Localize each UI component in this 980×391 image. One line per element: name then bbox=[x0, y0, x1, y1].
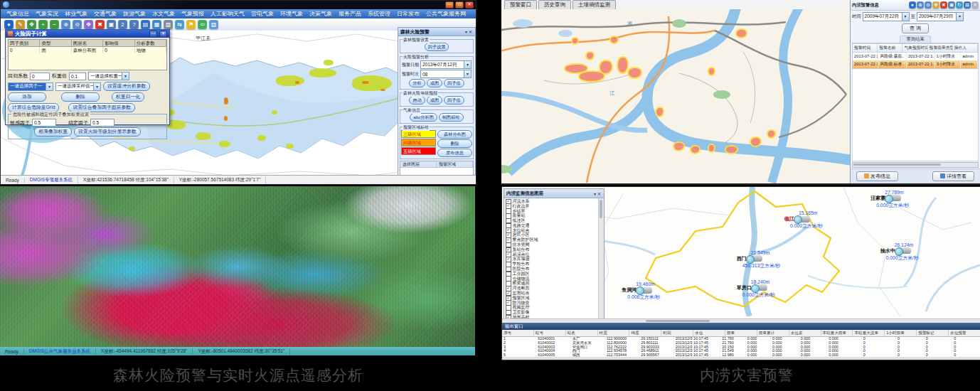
publish-info-button[interactable]: 发布信息 bbox=[856, 171, 898, 181]
column-header[interactable]: 预警时间 bbox=[853, 44, 878, 53]
list-column-header[interactable]: 预警区域 bbox=[437, 161, 473, 167]
station-marker[interactable]: 19.460m 鱼洞河 0.006立方米/秒 bbox=[622, 282, 660, 301]
view-detail-button[interactable]: 详情查看 bbox=[932, 171, 974, 181]
regression-input[interactable]: 0 bbox=[30, 73, 50, 80]
tab[interactable]: 土壤墒情监测 bbox=[572, 0, 616, 9]
column-header[interactable]: 操作人 bbox=[953, 44, 978, 53]
column-header[interactable]: 图层名 bbox=[72, 40, 103, 47]
panel-button[interactable]: abc分析图 bbox=[410, 113, 437, 122]
column-header[interactable]: 站名 bbox=[566, 330, 598, 337]
warning-results-table[interactable]: 预警时间预警名称气象预报时间预警雨量类型操作人 2013-07-22 1..风险… bbox=[852, 43, 979, 69]
result-row[interactable]: 2013-07-22 1..风险级:暴雨.. 2013-07-22 1..1小时… bbox=[853, 53, 978, 60]
warn-time-select[interactable]: 08▾ bbox=[420, 70, 472, 78]
level-display-button[interactable]: 设置火险等级划分显示参数 bbox=[74, 127, 141, 136]
list-column-header[interactable]: 选择图层 bbox=[400, 161, 437, 167]
minimize-button[interactable]: — bbox=[445, 1, 454, 9]
waterlog-map[interactable]: 湘江 bbox=[501, 9, 851, 183]
window-titlebar[interactable]: — □ ✕ bbox=[1, 1, 476, 9]
delete-button[interactable]: 删除 bbox=[61, 92, 100, 102]
panel-button[interactable]: 发布信息 bbox=[437, 149, 472, 157]
result-row[interactable]: 2013-07-22 1..风险级:标准.. 2013-07-22 1..3小时… bbox=[853, 60, 978, 68]
sensitive-input[interactable]: 0.5 bbox=[32, 119, 56, 127]
panel-button[interactable]: 自动 bbox=[409, 96, 425, 105]
buffer-params-button[interactable]: 设置缓冲分析参数 bbox=[103, 82, 150, 91]
menu-item[interactable]: 气象预报 bbox=[181, 10, 204, 18]
dialog-minimize-button[interactable]: — bbox=[149, 31, 157, 38]
normalize-button[interactable]: 权重归一化 bbox=[112, 92, 144, 102]
table-hscrollbar[interactable] bbox=[502, 357, 980, 360]
layer-list[interactable]: 河流水系 行政边界 乡镇界 bbox=[504, 198, 604, 319]
factor-table[interactable]: 因子类别类型图层名影响值分析参数 0面 森林分布图0 地物 bbox=[8, 39, 167, 70]
column-header[interactable]: 序号 bbox=[502, 330, 534, 337]
column-header[interactable]: 纬度 bbox=[629, 330, 661, 337]
dialog-titlebar[interactable]: 火险因子计算 — ✕ bbox=[6, 30, 169, 38]
column-header[interactable]: 雨量累计 bbox=[757, 330, 789, 337]
menu-item[interactable]: 系统管理 bbox=[368, 10, 390, 18]
gauge-cylinder-icon[interactable] bbox=[897, 247, 911, 254]
sample-select[interactable]: 一请选择采样值一▾ bbox=[55, 82, 101, 91]
close-icon[interactable]: ✕ bbox=[468, 29, 473, 34]
weight-select[interactable]: 一请选择权重一▾ bbox=[88, 72, 129, 80]
panel-hscrollbar[interactable] bbox=[852, 162, 979, 168]
query-button[interactable]: 查 询 bbox=[902, 23, 929, 33]
column-header[interactable]: 影响值 bbox=[103, 40, 134, 47]
layer-vscrollbar[interactable] bbox=[598, 198, 604, 319]
column-header[interactable]: 水位 bbox=[693, 330, 725, 337]
column-header[interactable]: 预警名称 bbox=[878, 44, 902, 53]
station-map[interactable]: 27.789m 汪家寨 0.000立方米/秒 15.165m 临江 bbox=[502, 187, 980, 318]
dialog-close-button[interactable]: ✕ bbox=[159, 31, 167, 38]
column-header[interactable]: 类型 bbox=[40, 40, 71, 47]
gauge-cylinder-icon[interactable] bbox=[638, 287, 652, 294]
station-marker[interactable]: 26.124m 抽水中 0.000立方米/秒 bbox=[880, 242, 919, 262]
panel-button[interactable]: 删除 bbox=[437, 139, 472, 148]
satellite-fire-image[interactable] bbox=[0, 186, 475, 347]
column-header[interactable]: 预警标记 bbox=[917, 330, 949, 337]
station-data-table[interactable]: 序号站号站名经度纬度时间水位雨量雨量累计水位差本站最大雨量本站最大流量1小时雨量… bbox=[502, 330, 980, 357]
gauge-cylinder-icon[interactable] bbox=[796, 216, 810, 223]
menu-item[interactable]: 日常发布 bbox=[397, 10, 420, 18]
panel-button[interactable]: 制图标绘 bbox=[439, 113, 464, 122]
panel-button[interactable]: 因子设置 bbox=[425, 43, 449, 51]
menu-item[interactable]: 公共气象服务网 bbox=[426, 10, 466, 18]
date-to-picker[interactable]: 2009年07月29日▾ bbox=[917, 12, 964, 21]
date-from-picker[interactable]: 2009年07月22日▾ bbox=[863, 12, 910, 21]
menu-item[interactable]: 水文气象 bbox=[152, 10, 175, 18]
close-icon[interactable]: ✕ bbox=[597, 191, 602, 196]
column-header[interactable]: 站号 bbox=[534, 330, 566, 337]
add-button[interactable]: 添加 bbox=[8, 92, 46, 102]
station-marker[interactable]: 18.240m 草房口 0.000立方米/秒 bbox=[737, 279, 775, 299]
menu-item[interactable]: 决策气象 bbox=[309, 10, 332, 18]
column-header[interactable]: 本站最大流量 bbox=[853, 330, 885, 337]
multiply-overlay-button[interactable]: 相乘叠加权重 bbox=[34, 127, 72, 136]
column-header[interactable]: 水位差 bbox=[789, 330, 821, 337]
column-header[interactable]: 雨量 bbox=[725, 330, 757, 337]
column-header[interactable]: 预警雨量类型 bbox=[928, 44, 953, 53]
warn-date-select[interactable]: 2013年07月12日▾ bbox=[420, 60, 472, 69]
menu-item[interactable]: 气象实况 bbox=[36, 10, 58, 18]
menu-item[interactable]: 雷电气象 bbox=[251, 10, 274, 18]
menu-item[interactable]: 环境气象 bbox=[280, 10, 303, 18]
menu-item[interactable]: 旅游气象 bbox=[123, 10, 146, 18]
tab[interactable]: 预警窗口 bbox=[504, 0, 537, 9]
station-marker[interactable]: 21.549m 西门 456.313立方米/秒 bbox=[737, 250, 781, 269]
menu-item[interactable]: 人工影响天气 bbox=[211, 10, 245, 18]
station-marker[interactable]: 27.789m 汪家寨 0.000立方米/秒 bbox=[870, 190, 909, 209]
close-button[interactable]: ✕ bbox=[465, 1, 474, 9]
column-header[interactable]: 经度 bbox=[598, 330, 630, 337]
panel-button[interactable]: 因子值 bbox=[444, 96, 464, 105]
panel-button[interactable]: 分析 bbox=[409, 79, 425, 87]
table-row[interactable]: 0面 森林分布图0 地物 bbox=[9, 47, 166, 53]
gauge-cylinder-icon[interactable] bbox=[753, 284, 767, 291]
menu-item[interactable]: 气象信息 bbox=[6, 10, 29, 18]
column-header[interactable]: 因子类别 bbox=[9, 40, 40, 47]
column-header[interactable]: 水位预警 bbox=[949, 330, 980, 337]
column-header[interactable]: 本站最大雨量 bbox=[821, 330, 853, 337]
menu-item[interactable]: 服务产品 bbox=[339, 10, 361, 18]
tab[interactable]: 历史查询 bbox=[538, 0, 571, 9]
maximize-button[interactable]: □ bbox=[455, 1, 464, 9]
column-header[interactable]: 分析参数 bbox=[135, 40, 166, 47]
panel-button[interactable]: 成图 bbox=[427, 96, 442, 105]
factor-select[interactable]: 一请选择因子一▾ bbox=[8, 82, 53, 91]
weight-input[interactable]: 0.1 bbox=[69, 73, 86, 80]
panel-button[interactable]: 因子值 bbox=[444, 79, 464, 87]
